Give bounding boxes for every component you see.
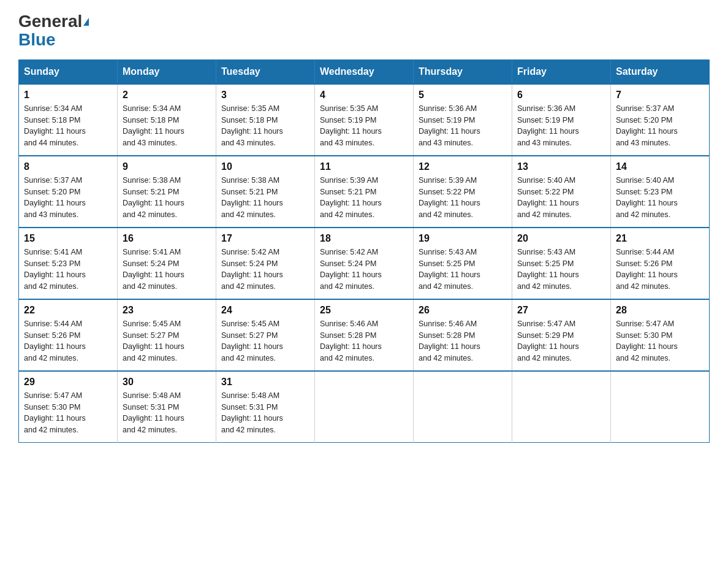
day-number: 13	[517, 161, 605, 172]
calendar-cell: 26 Sunrise: 5:46 AM Sunset: 5:28 PM Dayl…	[414, 299, 512, 371]
weekday-header-sunday: Sunday	[19, 59, 118, 84]
day-number: 31	[221, 377, 309, 388]
day-info: Sunrise: 5:35 AM Sunset: 5:19 PM Dayligh…	[320, 103, 408, 149]
day-info: Sunrise: 5:40 AM Sunset: 5:22 PM Dayligh…	[517, 175, 605, 221]
day-number: 18	[320, 233, 408, 244]
day-info: Sunrise: 5:39 AM Sunset: 5:22 PM Dayligh…	[419, 175, 507, 221]
calendar-cell: 19 Sunrise: 5:43 AM Sunset: 5:25 PM Dayl…	[414, 228, 512, 299]
day-number: 16	[123, 233, 211, 244]
day-info: Sunrise: 5:43 AM Sunset: 5:25 PM Dayligh…	[419, 247, 507, 293]
weekday-header-saturday: Saturday	[611, 59, 710, 84]
calendar-cell: 7 Sunrise: 5:37 AM Sunset: 5:20 PM Dayli…	[611, 84, 710, 156]
day-info: Sunrise: 5:42 AM Sunset: 5:24 PM Dayligh…	[221, 247, 309, 293]
day-number: 22	[24, 305, 112, 316]
day-number: 21	[616, 233, 704, 244]
calendar-cell: 6 Sunrise: 5:36 AM Sunset: 5:19 PM Dayli…	[512, 84, 611, 156]
day-info: Sunrise: 5:44 AM Sunset: 5:26 PM Dayligh…	[616, 247, 704, 293]
calendar-cell: 29 Sunrise: 5:47 AM Sunset: 5:30 PM Dayl…	[19, 371, 118, 443]
day-info: Sunrise: 5:35 AM Sunset: 5:18 PM Dayligh…	[221, 103, 309, 149]
day-number: 27	[517, 305, 605, 316]
day-info: Sunrise: 5:36 AM Sunset: 5:19 PM Dayligh…	[517, 103, 605, 149]
day-number: 24	[221, 305, 309, 316]
day-info: Sunrise: 5:38 AM Sunset: 5:21 PM Dayligh…	[123, 175, 211, 221]
day-info: Sunrise: 5:46 AM Sunset: 5:28 PM Dayligh…	[419, 318, 507, 364]
logo-text: General	[18, 12, 89, 31]
weekday-header-tuesday: Tuesday	[216, 59, 315, 84]
calendar-cell: 9 Sunrise: 5:38 AM Sunset: 5:21 PM Dayli…	[118, 156, 216, 228]
day-info: Sunrise: 5:43 AM Sunset: 5:25 PM Dayligh…	[517, 247, 605, 293]
day-number: 26	[419, 305, 507, 316]
calendar-cell: 14 Sunrise: 5:40 AM Sunset: 5:23 PM Dayl…	[611, 156, 710, 228]
calendar-cell: 5 Sunrise: 5:36 AM Sunset: 5:19 PM Dayli…	[414, 84, 512, 156]
calendar-cell: 8 Sunrise: 5:37 AM Sunset: 5:20 PM Dayli…	[19, 156, 118, 228]
day-number: 20	[517, 233, 605, 244]
calendar-cell: 21 Sunrise: 5:44 AM Sunset: 5:26 PM Dayl…	[611, 228, 710, 299]
calendar-cell: 23 Sunrise: 5:45 AM Sunset: 5:27 PM Dayl…	[118, 299, 216, 371]
calendar: SundayMondayTuesdayWednesdayThursdayFrid…	[18, 59, 710, 443]
day-number: 4	[320, 90, 408, 101]
day-info: Sunrise: 5:48 AM Sunset: 5:31 PM Dayligh…	[123, 390, 211, 436]
day-info: Sunrise: 5:47 AM Sunset: 5:30 PM Dayligh…	[24, 390, 112, 436]
calendar-cell: 31 Sunrise: 5:48 AM Sunset: 5:31 PM Dayl…	[216, 371, 315, 443]
calendar-cell	[611, 371, 710, 443]
day-info: Sunrise: 5:37 AM Sunset: 5:20 PM Dayligh…	[24, 175, 112, 221]
week-row-5: 29 Sunrise: 5:47 AM Sunset: 5:30 PM Dayl…	[19, 371, 710, 443]
day-info: Sunrise: 5:38 AM Sunset: 5:21 PM Dayligh…	[221, 175, 309, 221]
calendar-cell: 28 Sunrise: 5:47 AM Sunset: 5:30 PM Dayl…	[611, 299, 710, 371]
day-info: Sunrise: 5:47 AM Sunset: 5:29 PM Dayligh…	[517, 318, 605, 364]
logo: General Blue	[18, 12, 89, 50]
logo-blue: Blue	[18, 30, 56, 50]
calendar-cell: 16 Sunrise: 5:41 AM Sunset: 5:24 PM Dayl…	[118, 228, 216, 299]
calendar-cell: 24 Sunrise: 5:45 AM Sunset: 5:27 PM Dayl…	[216, 299, 315, 371]
calendar-cell: 1 Sunrise: 5:34 AM Sunset: 5:18 PM Dayli…	[19, 84, 118, 156]
calendar-cell: 22 Sunrise: 5:44 AM Sunset: 5:26 PM Dayl…	[19, 299, 118, 371]
calendar-cell: 15 Sunrise: 5:41 AM Sunset: 5:23 PM Dayl…	[19, 228, 118, 299]
day-info: Sunrise: 5:48 AM Sunset: 5:31 PM Dayligh…	[221, 390, 309, 436]
day-info: Sunrise: 5:46 AM Sunset: 5:28 PM Dayligh…	[320, 318, 408, 364]
weekday-header-monday: Monday	[118, 59, 216, 84]
week-row-4: 22 Sunrise: 5:44 AM Sunset: 5:26 PM Dayl…	[19, 299, 710, 371]
day-number: 30	[123, 377, 211, 388]
day-info: Sunrise: 5:39 AM Sunset: 5:21 PM Dayligh…	[320, 175, 408, 221]
calendar-cell	[414, 371, 512, 443]
calendar-cell: 25 Sunrise: 5:46 AM Sunset: 5:28 PM Dayl…	[315, 299, 414, 371]
day-number: 5	[419, 90, 507, 101]
calendar-cell: 11 Sunrise: 5:39 AM Sunset: 5:21 PM Dayl…	[315, 156, 414, 228]
week-row-3: 15 Sunrise: 5:41 AM Sunset: 5:23 PM Dayl…	[19, 228, 710, 299]
calendar-cell: 27 Sunrise: 5:47 AM Sunset: 5:29 PM Dayl…	[512, 299, 611, 371]
calendar-cell: 17 Sunrise: 5:42 AM Sunset: 5:24 PM Dayl…	[216, 228, 315, 299]
day-number: 14	[616, 161, 704, 172]
day-number: 6	[517, 90, 605, 101]
day-number: 15	[24, 233, 112, 244]
day-info: Sunrise: 5:40 AM Sunset: 5:23 PM Dayligh…	[616, 175, 704, 221]
week-row-2: 8 Sunrise: 5:37 AM Sunset: 5:20 PM Dayli…	[19, 156, 710, 228]
day-number: 10	[221, 161, 309, 172]
calendar-cell: 13 Sunrise: 5:40 AM Sunset: 5:22 PM Dayl…	[512, 156, 611, 228]
day-info: Sunrise: 5:36 AM Sunset: 5:19 PM Dayligh…	[419, 103, 507, 149]
day-number: 7	[616, 90, 704, 101]
day-number: 1	[24, 90, 112, 101]
day-number: 25	[320, 305, 408, 316]
calendar-cell: 3 Sunrise: 5:35 AM Sunset: 5:18 PM Dayli…	[216, 84, 315, 156]
calendar-cell: 30 Sunrise: 5:48 AM Sunset: 5:31 PM Dayl…	[118, 371, 216, 443]
day-number: 9	[123, 161, 211, 172]
day-info: Sunrise: 5:41 AM Sunset: 5:23 PM Dayligh…	[24, 247, 112, 293]
calendar-cell: 10 Sunrise: 5:38 AM Sunset: 5:21 PM Dayl…	[216, 156, 315, 228]
day-info: Sunrise: 5:37 AM Sunset: 5:20 PM Dayligh…	[616, 103, 704, 149]
weekday-header-friday: Friday	[512, 59, 611, 84]
weekday-header-row: SundayMondayTuesdayWednesdayThursdayFrid…	[19, 59, 710, 84]
calendar-cell: 12 Sunrise: 5:39 AM Sunset: 5:22 PM Dayl…	[414, 156, 512, 228]
day-info: Sunrise: 5:45 AM Sunset: 5:27 PM Dayligh…	[221, 318, 309, 364]
day-number: 11	[320, 161, 408, 172]
day-number: 8	[24, 161, 112, 172]
page-header: General Blue	[18, 12, 710, 50]
day-number: 23	[123, 305, 211, 316]
weekday-header-thursday: Thursday	[414, 59, 512, 84]
day-number: 3	[221, 90, 309, 101]
day-number: 12	[419, 161, 507, 172]
calendar-cell: 18 Sunrise: 5:42 AM Sunset: 5:24 PM Dayl…	[315, 228, 414, 299]
weekday-header-wednesday: Wednesday	[315, 59, 414, 84]
day-number: 28	[616, 305, 704, 316]
day-info: Sunrise: 5:41 AM Sunset: 5:24 PM Dayligh…	[123, 247, 211, 293]
day-info: Sunrise: 5:34 AM Sunset: 5:18 PM Dayligh…	[24, 103, 112, 149]
